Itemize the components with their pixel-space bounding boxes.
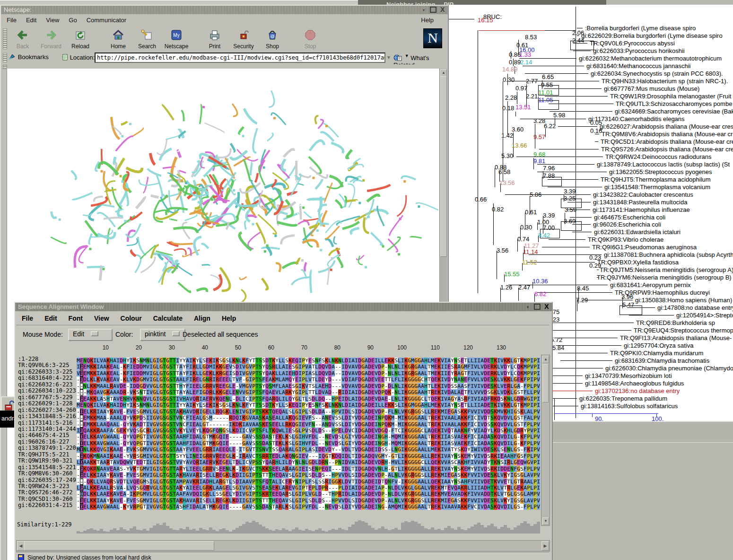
personal-toolbar-grip[interactable] bbox=[3, 65, 7, 68]
tree-leaf-label[interactable]: gi:6831640:Methanococcus jannaschii bbox=[586, 62, 690, 70]
tree-leaf-label[interactable]: gi:13622055:Streptococcus pyogenes bbox=[609, 168, 712, 175]
tree-leaf-label[interactable]: gi:1350838:Homo sapiens (Human) bbox=[635, 297, 732, 304]
scrollbar-thumb[interactable] bbox=[24, 541, 214, 551]
sequence-name[interactable]: qi:1173141:5-216 bbox=[18, 420, 73, 426]
alignment-menu-view[interactable]: View bbox=[94, 312, 109, 325]
url-input[interactable]: http://pipe.rockefeller.edu/modbase-cgi-… bbox=[95, 52, 385, 63]
tree-leaf-label[interactable]: :Borrelia burgdorferi (Lyme disease spir… bbox=[585, 25, 696, 32]
scroll-left-icon[interactable]: ◀ bbox=[17, 541, 25, 551]
sequence-name[interactable]: qi:464675:4-215 bbox=[18, 432, 69, 438]
tree-leaf-label[interactable]: TR:Q9JYM6:Neisseria meningitidis (serogr… bbox=[597, 274, 732, 281]
tree-leaf-label[interactable]: gi:1173140:Caenorhabditis elegans bbox=[588, 115, 685, 122]
sequence-name[interactable]: TR:Q9V0L6:3-225 bbox=[18, 362, 69, 368]
mouse-mode-dropdown[interactable]: Edit bbox=[68, 329, 113, 341]
tree-leaf-label[interactable]: gi:13541548:Thermoplasma volcanium bbox=[604, 184, 710, 191]
scrollbar-thumb[interactable] bbox=[440, 76, 447, 257]
sequence-name[interactable]: qi:6226032:6-223 bbox=[18, 381, 73, 388]
tree-leaf-label[interactable]: TR:Q9JTM5:Neisseria meningitidis (serogr… bbox=[600, 266, 733, 273]
menu-help[interactable]: Help bbox=[421, 14, 434, 26]
url-dropdown-icon[interactable]: ▼ bbox=[385, 53, 392, 62]
color-dropdown[interactable]: pinktint bbox=[140, 329, 185, 341]
tree-leaf-label[interactable]: gi:147808:no database entry bbox=[657, 304, 733, 311]
menu-communicator[interactable]: Communicator bbox=[87, 14, 127, 26]
scroll-up-icon[interactable]: ▲ bbox=[440, 69, 447, 77]
alignment-menu-align[interactable]: Align bbox=[194, 312, 210, 325]
stop-button[interactable]: Stop bbox=[297, 28, 323, 50]
tree-leaf-label[interactable]: TR:Q9W1R9:Drosophila melanogaster (Fruit… bbox=[610, 93, 733, 100]
print-button[interactable]: Print bbox=[201, 28, 228, 50]
tree-leaf-label[interactable]: TR:Q9RED6:Burkholderia sp bbox=[636, 319, 715, 326]
sequence-name[interactable]: qi:6226035:17-249 bbox=[18, 477, 76, 483]
tree-leaf-label[interactable]: gi:96026:Escherichia coli bbox=[593, 221, 661, 228]
sequence-name[interactable]: TR:Q9M8V6:30-260 bbox=[18, 470, 73, 477]
netscape-button[interactable]: MyNetscape bbox=[163, 28, 190, 50]
tree-leaf-label[interactable]: gi:13814163:Sulfolobus solfataricus bbox=[581, 402, 678, 410]
sequence-name[interactable]: qi:13541548:5-221 bbox=[18, 464, 76, 471]
alignment-menu-calculate[interactable]: Calculate bbox=[153, 312, 183, 325]
alignment-menu-edit[interactable]: Edit bbox=[44, 312, 57, 325]
tree-leaf-label[interactable]: gi:6226027:Arabidopsis thaliana (Mouse-e… bbox=[600, 123, 733, 130]
sequence-name[interactable]: TR:Q9C5D1:30-260 bbox=[18, 496, 73, 502]
tree-leaf-label[interactable]: TR:Q9V0L6:Pyrococcus abyssi bbox=[590, 40, 675, 47]
tree-leaf-label[interactable]: TR:Q9M8V6:Arabidopsis thaliana (Mouse-ea… bbox=[602, 131, 733, 138]
sequence-name[interactable]: qi:6677767:5-229 bbox=[18, 394, 73, 401]
menu-go[interactable]: Go bbox=[69, 14, 77, 26]
tree-leaf-label[interactable]: gi:6831641:Aeropyrum pernix bbox=[610, 281, 691, 289]
tree-leaf-label[interactable]: TR:Q9RW24:Deinococcus radiodurans bbox=[605, 153, 711, 160]
sequence-name[interactable]: qi:6226027:34-260 bbox=[18, 407, 76, 413]
reload-button[interactable]: Reload bbox=[67, 28, 94, 50]
sequence-row[interactable]: -DELKKAVGWAAL-KYVRPGTIVGVGTGSTASHFIDALAT… bbox=[77, 502, 540, 510]
tree-leaf-label[interactable]: gi:464675:Escherichia coli bbox=[594, 214, 665, 221]
sequence-name[interactable]: qi:1173140:14-244 bbox=[18, 426, 76, 432]
toolbar-grip[interactable] bbox=[3, 28, 7, 49]
tree-leaf-label[interactable]: gi:13431848:Pasteurella multocida bbox=[593, 199, 687, 206]
tree-leaf-label[interactable]: TR:Q9HJT5:Thermoplasma acidophilum bbox=[601, 176, 711, 183]
tree-leaf-label[interactable]: gi:13470739:Mesorhizobium loti bbox=[585, 372, 672, 379]
sequence-name[interactable]: TR:Q9S726:46-272 bbox=[18, 489, 73, 496]
scroll-down-icon[interactable]: ▼ bbox=[542, 517, 549, 525]
tree-leaf-label[interactable]: gi:6226031:Edwardsiella ictaluri bbox=[594, 228, 681, 236]
sequence-name[interactable]: qi:6226034:10-223 bbox=[18, 387, 76, 394]
security-button[interactable]: Security bbox=[230, 28, 257, 50]
alignment-vertical-scrollbar[interactable]: ▲ ▼ bbox=[541, 355, 550, 526]
tree-leaf-label[interactable]: TR:Q9FI13:Arabidopsis thaliana (Mouse- bbox=[620, 334, 732, 341]
tree-leaf-label[interactable]: gi:6226035:Treponema pallidum bbox=[579, 395, 667, 402]
tree-leaf-label[interactable]: gi:6831639:Chlamydia trachomatis bbox=[615, 357, 709, 364]
menu-file[interactable]: File bbox=[7, 14, 17, 26]
tree-leaf-label[interactable]: TR:Q9PBX0:Xylella fastidiosa bbox=[597, 259, 679, 266]
alignment-menu-colour[interactable]: Colour bbox=[121, 312, 142, 325]
home-button[interactable]: Home bbox=[105, 28, 131, 50]
tree-leaf-label[interactable]: gi:12957704:Oryza sativa bbox=[624, 342, 693, 349]
alignment-close-icon[interactable]: X bbox=[543, 304, 550, 310]
alignment-menu-font[interactable]: Font bbox=[69, 312, 83, 325]
menu-edit[interactable]: Edit bbox=[26, 14, 36, 26]
alignment-menu-file[interactable]: File bbox=[22, 312, 33, 325]
netscape-logo[interactable]: N bbox=[423, 28, 442, 48]
sequence-name[interactable]: qi:96026:16-227 bbox=[18, 438, 69, 445]
tree-leaf-label[interactable]: gi:13702136:no database entry bbox=[595, 387, 680, 394]
tree-leaf-label[interactable]: gi:11498548:Archaeoglobus fulgidus bbox=[585, 380, 684, 387]
forward-button[interactable]: Forward bbox=[38, 28, 64, 50]
scroll-up-icon[interactable]: ▲ bbox=[542, 356, 549, 363]
sequence-name[interactable]: :1-228 bbox=[18, 356, 38, 362]
sequence-name[interactable]: TR:Q9HJT5:5-221 bbox=[18, 451, 69, 458]
minimize-icon[interactable] bbox=[420, 7, 427, 13]
sequence-name[interactable]: TR:Q9W1R9:90-321 bbox=[18, 457, 73, 464]
scrollbar-thumb[interactable] bbox=[542, 364, 549, 402]
tree-leaf-label[interactable]: gi:12054914>:Streptococc bbox=[676, 312, 733, 319]
maximize-icon[interactable] bbox=[430, 7, 436, 13]
bookmarks-button[interactable]: Bookmarks bbox=[9, 53, 49, 61]
sequence-name[interactable]: qi:6226033:3-225 bbox=[18, 368, 73, 375]
sequence-name[interactable]: qi:13431848:5-216 bbox=[18, 413, 76, 420]
tree-leaf-label[interactable]: gi:6226032:Methanobacterium thermoautotr… bbox=[579, 55, 722, 62]
tree-leaf-label[interactable]: TR:Q9EUQ4:Streptococcus thermoph bbox=[634, 327, 733, 334]
scroll-right-icon[interactable]: ▶ bbox=[541, 541, 549, 551]
tree-leaf-label[interactable]: gi:11387081:Buchnera aphidicola (subsp A… bbox=[604, 251, 733, 258]
shop-button[interactable]: @Shop bbox=[259, 28, 286, 50]
close-icon[interactable]: X bbox=[439, 7, 446, 13]
tree-leaf-label[interactable]: gi:1173141:Haemophilus influenzae bbox=[593, 206, 690, 213]
tree-leaf-label[interactable]: TR:Q9KP93:Vibrio cholerae bbox=[588, 236, 663, 243]
tree-leaf-label[interactable]: gi:6226033:Pyrococcus horikoshii bbox=[593, 47, 685, 54]
sequence-name[interactable]: gi:6226031:4-215 bbox=[18, 502, 73, 508]
tree-leaf-label[interactable]: gi:6226029:Borrelia burgdorferi (Lyme di… bbox=[581, 32, 723, 39]
